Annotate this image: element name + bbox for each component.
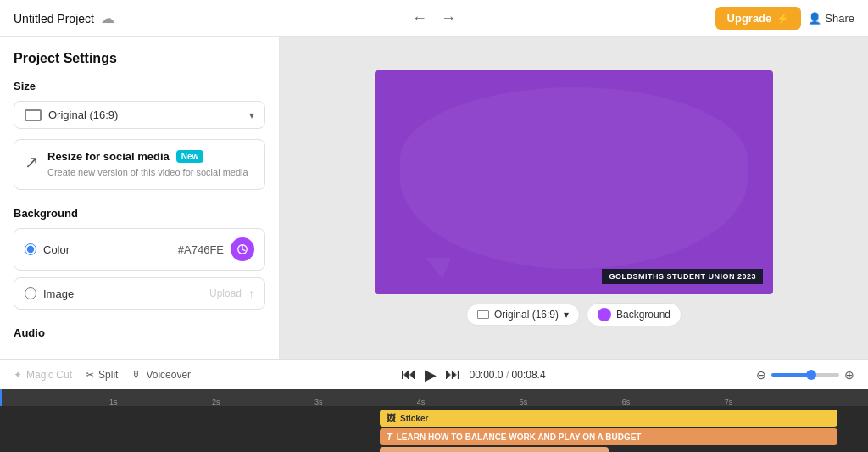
color-picker-icon	[236, 243, 248, 255]
image-option-label: Image	[43, 287, 74, 300]
zoom-controls: ⊖ ⊕	[756, 368, 854, 382]
color-radio-input[interactable]	[25, 243, 36, 255]
voiceover-button[interactable]: 🎙 Voiceover	[131, 369, 191, 381]
color-radio-right: #A746FE	[178, 237, 254, 261]
audio-section: Audio	[14, 326, 265, 339]
size-dropdown-left: Original (16:9)	[25, 109, 118, 121]
main-area: Project Settings Size Original (16:9) ▾ …	[0, 37, 868, 359]
play-button[interactable]: ▶	[425, 366, 437, 384]
split-button[interactable]: ✂ Split	[86, 369, 118, 381]
cloud-icon: ☁	[101, 10, 114, 26]
background-section: Background Color #A746FE Image	[14, 207, 265, 310]
track-row-sticker: 🖼 Sticker	[0, 410, 868, 427]
canvas-watermark: GOLDSMITHS STUDENT UNION 2023	[602, 269, 763, 284]
canvas-wrapper: GOLDSMITHS STUDENT UNION 2023 Original (…	[375, 70, 773, 326]
split-icon: ✂	[86, 369, 94, 381]
resize-description: Create new version of this video for soc…	[47, 166, 248, 179]
new-badge: New	[176, 150, 204, 163]
timeline-playback: ⏮ ▶ ⏭ 00:00.0 / 00:08.4	[401, 366, 545, 384]
canvas-bg-shape	[400, 87, 748, 269]
size-section-label: Size	[14, 80, 265, 92]
time-display: 00:00.0 / 00:08.4	[469, 369, 545, 381]
ruler-mark-4s: 4s	[417, 398, 426, 406]
image-radio-left: Image	[25, 287, 74, 300]
upload-icon: ↑	[248, 287, 254, 300]
resize-icon: ↗	[25, 152, 39, 172]
track-row-text1: T LEARN HOW TO BALANCE WORK AND PLAY ON …	[0, 428, 868, 445]
canvas-ratio-button[interactable]: Original (16:9) ▾	[466, 304, 580, 326]
image-radio-right: Upload ↑	[209, 287, 254, 300]
mic-icon: 🎙	[131, 369, 142, 381]
resize-title: Resize for social media New	[47, 150, 248, 163]
bg-color-indicator	[598, 308, 611, 321]
left-panel: Project Settings Size Original (16:9) ▾ …	[0, 37, 280, 359]
playhead	[0, 389, 2, 406]
canvas-controls: Original (16:9) ▾ Background	[466, 303, 682, 326]
fast-forward-button[interactable]: ⏭	[445, 366, 460, 383]
zoom-in-button[interactable]: ⊕	[844, 368, 854, 382]
upgrade-button[interactable]: Upgrade ⚡	[715, 7, 802, 30]
resize-title-text: Resize for social media	[47, 150, 170, 163]
audio-section-label: Audio	[14, 326, 265, 339]
project-title: Untitled Project	[14, 12, 94, 25]
ratio-icon	[477, 310, 489, 319]
sticker-track[interactable]: 🖼 Sticker	[380, 410, 837, 427]
ratio-label: Original (16:9)	[494, 309, 559, 321]
zoom-slider[interactable]	[771, 373, 839, 377]
redo-button[interactable]: →	[437, 6, 459, 31]
bg-button-label: Background	[616, 309, 670, 321]
upgrade-label: Upgrade	[727, 12, 772, 25]
bolt-icon: ⚡	[776, 13, 789, 25]
ruler-mark-1s: 1s	[109, 398, 118, 406]
total-time: 00:08.4	[512, 369, 546, 381]
upload-text: Upload	[209, 287, 242, 299]
canvas-background-button[interactable]: Background	[587, 303, 682, 326]
time-separator: /	[506, 369, 512, 381]
aspect-ratio-icon	[25, 109, 42, 121]
split-label: Split	[98, 369, 118, 381]
rewind-button[interactable]: ⏮	[401, 366, 416, 383]
magic-cut-button[interactable]: ✦ Magic Cut	[14, 369, 72, 381]
color-circle[interactable]	[231, 237, 254, 261]
magic-cut-icon: ✦	[14, 369, 22, 381]
chevron-down-icon: ▾	[249, 109, 254, 121]
current-time: 00:00.0	[469, 369, 503, 381]
resize-text: Resize for social media New Create new v…	[47, 150, 248, 179]
timeline-tools: ✦ Magic Cut ✂ Split 🎙 Voiceover	[14, 369, 191, 381]
text1-label: LEARN HOW TO BALANCE WORK AND PLAY ON A …	[397, 432, 642, 442]
background-section-label: Background	[14, 207, 265, 220]
size-dropdown[interactable]: Original (16:9) ▾	[14, 101, 265, 129]
zoom-out-button[interactable]: ⊖	[756, 368, 766, 382]
color-option-label: Color	[43, 243, 70, 256]
timeline-ruler: 1s 2s 3s 4s 5s 6s 7s	[0, 389, 868, 406]
panel-title: Project Settings	[14, 51, 265, 66]
text2-track[interactable]: T 05 MAY	[380, 447, 609, 452]
color-radio-row[interactable]: Color #A746FE	[14, 228, 265, 271]
image-radio-input[interactable]	[25, 287, 36, 299]
canvas: GOLDSMITHS STUDENT UNION 2023	[375, 70, 773, 294]
track-row-text2: T 05 MAY	[0, 447, 868, 452]
image-radio-row[interactable]: Image Upload ↑	[14, 277, 265, 310]
topbar: Untitled Project ☁ ← → Upgrade ⚡ 👤 Share	[0, 0, 868, 37]
share-button[interactable]: 👤 Share	[808, 12, 854, 25]
size-dropdown-text: Original (16:9)	[48, 109, 118, 121]
voiceover-label: Voiceover	[146, 369, 191, 381]
topbar-right: Upgrade ⚡ 👤 Share	[459, 7, 854, 30]
magic-cut-label: Magic Cut	[26, 369, 72, 381]
ruler-mark-3s: 3s	[314, 398, 323, 406]
canvas-bubble-tail	[426, 258, 451, 279]
color-hex-value: #A746FE	[178, 243, 224, 256]
ruler-mark-2s: 2s	[212, 398, 220, 406]
share-label: Share	[825, 12, 854, 25]
ruler-mark-5s: 5s	[520, 398, 528, 406]
sticker-icon: 🖼	[387, 413, 396, 423]
person-icon: 👤	[808, 12, 821, 25]
color-radio-left: Color	[25, 243, 70, 256]
ruler-mark-6s: 6s	[622, 398, 631, 406]
center-area: GOLDSMITHS STUDENT UNION 2023 Original (…	[280, 37, 868, 359]
text1-track[interactable]: T LEARN HOW TO BALANCE WORK AND PLAY ON …	[380, 428, 837, 445]
timeline-toolbar: ✦ Magic Cut ✂ Split 🎙 Voiceover ⏮ ▶ ⏭ 00…	[0, 359, 868, 389]
undo-button[interactable]: ←	[409, 6, 431, 31]
ruler-mark-7s: 7s	[725, 398, 733, 406]
timeline: ✦ Magic Cut ✂ Split 🎙 Voiceover ⏮ ▶ ⏭ 00…	[0, 359, 868, 452]
